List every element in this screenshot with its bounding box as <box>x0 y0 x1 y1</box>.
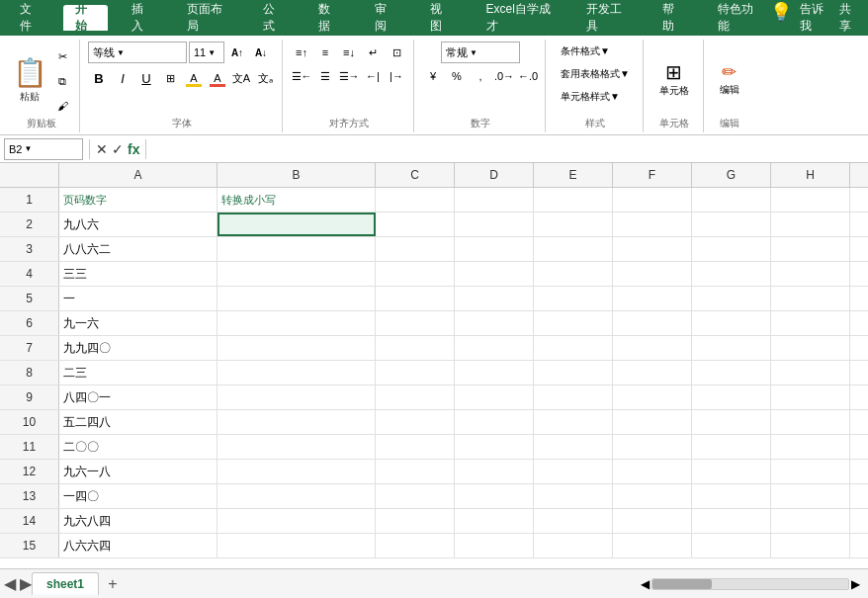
wrap-text-button[interactable]: ↵ <box>362 42 384 63</box>
cell-11-F[interactable] <box>613 435 692 459</box>
col-header-e[interactable]: E <box>534 163 613 187</box>
cell-8-F[interactable] <box>613 361 692 384</box>
cell-13-G[interactable] <box>692 484 771 508</box>
align-center-button[interactable]: ☰ <box>314 65 336 87</box>
cell-6-D[interactable] <box>455 311 534 335</box>
cell-9-F[interactable] <box>613 385 692 409</box>
cell-12-H[interactable] <box>771 460 850 483</box>
cell-10-H[interactable] <box>771 410 850 434</box>
cell-2-G[interactable] <box>692 213 771 236</box>
cell-1-a[interactable]: 页码数字 <box>59 188 217 212</box>
cell-5-D[interactable] <box>455 287 534 310</box>
cell-9-D[interactable] <box>455 385 534 409</box>
cell-2-a[interactable]: 九八六 <box>59 213 217 236</box>
cell-13-I[interactable] <box>850 484 868 508</box>
cell-5-b[interactable] <box>217 287 376 310</box>
cell-8-b[interactable] <box>217 361 376 384</box>
cell-1-D[interactable] <box>455 188 534 212</box>
table-format-button[interactable]: 套用表格格式▼ <box>554 64 637 84</box>
decrease-indent-button[interactable]: ←| <box>362 65 384 87</box>
cell-2-E[interactable] <box>534 213 613 236</box>
font-color-button[interactable]: A <box>207 67 228 89</box>
cell-13-a[interactable]: 一四〇 <box>59 484 217 508</box>
cell-10-b[interactable] <box>217 410 376 434</box>
formula-confirm-button[interactable]: ✓ <box>112 141 124 157</box>
cell-15-D[interactable] <box>455 534 534 557</box>
cell-7-a[interactable]: 九九四〇 <box>59 336 217 360</box>
menu-page-layout[interactable]: 页面布局 <box>175 5 239 31</box>
cell-4-a[interactable]: 三三 <box>59 262 217 286</box>
row-header-6[interactable]: 6 <box>0 311 59 335</box>
cell-8-I[interactable] <box>850 361 868 384</box>
cell-3-D[interactable] <box>455 237 534 261</box>
cell-2-D[interactable] <box>455 213 534 236</box>
menu-formulas[interactable]: 公式 <box>251 5 295 31</box>
font-size-selector[interactable]: 11 ▼ <box>189 42 224 63</box>
lightbulb-icon[interactable]: 💡 <box>770 1 792 35</box>
row-header-15[interactable]: 15 <box>0 534 59 557</box>
cell-12-C[interactable] <box>376 460 455 483</box>
cell-13-b[interactable] <box>217 484 376 508</box>
cell-8-C[interactable] <box>376 361 455 384</box>
decrease-decimal-button[interactable]: ←.0 <box>517 65 539 87</box>
cell-6-F[interactable] <box>613 311 692 335</box>
row-header-11[interactable]: 11 <box>0 435 59 459</box>
underline-button[interactable]: U <box>135 67 157 89</box>
row-header-8[interactable]: 8 <box>0 361 59 384</box>
menu-review[interactable]: 审阅 <box>363 5 406 31</box>
cell-9-H[interactable] <box>771 385 850 409</box>
conditional-format-button[interactable]: 条件格式▼ <box>554 42 617 61</box>
cell-7-F[interactable] <box>613 336 692 360</box>
cell-13-H[interactable] <box>771 484 850 508</box>
row-header-2[interactable]: 2 <box>0 213 59 236</box>
cell-12-G[interactable] <box>692 460 771 483</box>
sheet-tab-1[interactable]: sheet1 <box>32 572 99 595</box>
cell-4-b[interactable] <box>217 262 376 286</box>
cell-10-a[interactable]: 五二四八 <box>59 410 217 434</box>
row-header-7[interactable]: 7 <box>0 336 59 360</box>
cell-9-G[interactable] <box>692 385 771 409</box>
cell-9-b[interactable] <box>217 385 376 409</box>
cell-15-a[interactable]: 八六六四 <box>59 534 217 557</box>
menu-home[interactable]: 开始 <box>63 5 107 31</box>
formula-function-button[interactable]: fx <box>128 141 139 157</box>
cell-7-C[interactable] <box>376 336 455 360</box>
cell-11-H[interactable] <box>771 435 850 459</box>
cell-5-G[interactable] <box>692 287 771 310</box>
cells-button[interactable]: ⊞ 单元格 <box>651 56 697 102</box>
cell-9-a[interactable]: 八四〇一 <box>59 385 217 409</box>
cell-15-G[interactable] <box>692 534 771 557</box>
cell-4-C[interactable] <box>376 262 455 286</box>
cell-1-G[interactable] <box>692 188 771 212</box>
cell-6-a[interactable]: 九一六 <box>59 311 217 335</box>
fill-color-button[interactable]: A <box>183 67 205 89</box>
cell-11-I[interactable] <box>850 435 868 459</box>
cell-14-G[interactable] <box>692 509 771 533</box>
formula-input[interactable] <box>152 138 864 160</box>
cell-7-E[interactable] <box>534 336 613 360</box>
cell-7-b[interactable] <box>217 336 376 360</box>
row-header-3[interactable]: 3 <box>0 237 59 261</box>
horizontal-scroll-track[interactable] <box>651 578 849 590</box>
col-header-i[interactable]: I <box>850 163 868 187</box>
cell-2-C[interactable] <box>376 213 455 236</box>
cell-12-F[interactable] <box>613 460 692 483</box>
menu-help[interactable]: 帮助 <box>651 5 694 31</box>
scroll-bar-left[interactable]: ◀ <box>641 577 650 591</box>
number-format-selector[interactable]: 常规 ▼ <box>441 42 520 63</box>
cell-14-D[interactable] <box>455 509 534 533</box>
row-header-9[interactable]: 9 <box>0 385 59 409</box>
font-format-more[interactable]: 文A <box>230 67 252 89</box>
increase-indent-button[interactable]: |→ <box>386 65 407 87</box>
cell-14-I[interactable] <box>850 509 868 533</box>
align-bottom-button[interactable]: ≡↓ <box>338 42 360 63</box>
comma-button[interactable]: , <box>470 65 491 87</box>
cell-13-E[interactable] <box>534 484 613 508</box>
cell-1-I[interactable] <box>850 188 868 212</box>
cell-12-a[interactable]: 九六一八 <box>59 460 217 483</box>
col-header-d[interactable]: D <box>455 163 534 187</box>
col-header-g[interactable]: G <box>692 163 771 187</box>
cell-4-D[interactable] <box>455 262 534 286</box>
cell-6-C[interactable] <box>376 311 455 335</box>
cell-14-C[interactable] <box>376 509 455 533</box>
